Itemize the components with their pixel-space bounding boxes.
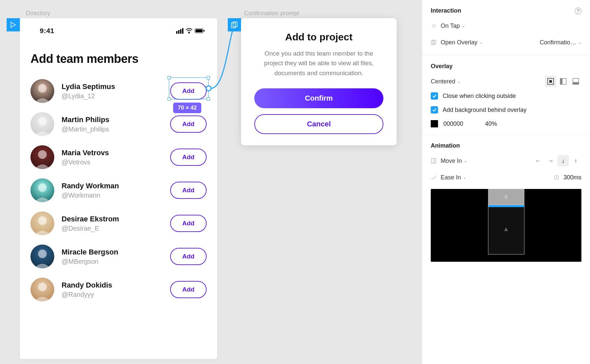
duration-value[interactable]: 300ms (564, 174, 581, 181)
design-canvas[interactable]: Directory Confirmation prompt 9:41 Add t… (0, 0, 422, 364)
frame-label-prompt[interactable]: Confirmation prompt (244, 10, 299, 17)
play-button[interactable] (7, 18, 20, 31)
svg-point-16 (38, 283, 47, 291)
preview-frame-a: A (488, 205, 524, 254)
svg-rect-24 (549, 80, 552, 83)
play-icon (11, 22, 16, 28)
overlay-badge (228, 18, 241, 31)
member-row: Randy Dokidis @Randyyy Add (30, 273, 207, 306)
add-button[interactable]: Add (170, 149, 207, 166)
member-handle: @Desirae_E (62, 225, 163, 232)
chevron-down-icon: ⌄ (457, 79, 461, 84)
label-add-bg: Add background behind overlay (443, 107, 526, 114)
add-button[interactable]: Add (170, 82, 207, 100)
add-button[interactable]: Add (170, 281, 207, 298)
overlay-title: Overlay (431, 63, 453, 70)
chevron-down-icon: ⌄ (479, 40, 483, 45)
signal-icon (176, 28, 183, 34)
svg-point-14 (38, 250, 47, 258)
avatar (30, 178, 54, 202)
overlay-icon (231, 22, 238, 28)
member-row: Maria Vetrovs @Vetrovs Add (30, 141, 207, 174)
avatar (30, 79, 54, 103)
overlay-action-icon (431, 40, 437, 45)
svg-rect-29 (431, 159, 434, 163)
cancel-button[interactable]: Cancel (254, 114, 383, 134)
svg-point-4 (38, 84, 47, 93)
animation-preview[interactable]: B A (431, 189, 581, 262)
direction-left[interactable]: ← (532, 155, 544, 166)
direction-down[interactable]: ↓ (558, 155, 569, 166)
member-name: Desirae Ekstrom (62, 215, 163, 223)
svg-point-20 (433, 25, 434, 26)
wifi-icon (185, 28, 193, 33)
confirm-button[interactable]: Confirm (254, 88, 383, 108)
member-handle: @MBergson (62, 258, 163, 265)
section-animation: Animation Move In ⌄ ← → ↓ ↑ (422, 135, 590, 364)
frame-label-directory[interactable]: Directory (26, 10, 50, 17)
member-handle: @Randyyy (62, 291, 163, 298)
bg-color-value[interactable]: 000000 (443, 120, 480, 127)
member-row: Martin Philips @Martin_philips Add (30, 108, 207, 141)
overlay-pos-left[interactable] (558, 76, 569, 87)
status-bar: 9:41 (30, 18, 207, 39)
svg-rect-2 (204, 30, 205, 32)
section-interaction: Interaction ? On Tap ⌄ Open Ov (422, 0, 590, 56)
svg-point-8 (38, 150, 47, 159)
easing-dropdown[interactable]: Ease In ⌄ (441, 174, 466, 181)
avatar (30, 211, 54, 235)
label-close-outside: Close when clicking outside (443, 93, 516, 100)
chevron-down-icon: ⌄ (463, 175, 466, 180)
battery-icon (195, 28, 205, 33)
bg-color-swatch[interactable] (431, 120, 438, 127)
help-icon[interactable]: ? (575, 8, 581, 14)
animation-title: Animation (431, 142, 460, 149)
clock-icon (554, 175, 560, 180)
frame-directory[interactable]: 9:41 Add team members (20, 18, 217, 359)
member-handle: @Lydia_12 (62, 92, 163, 100)
overlay-pos-center[interactable] (545, 76, 556, 87)
animation-type-dropdown[interactable]: Move In ⌄ (441, 158, 467, 164)
trigger-dropdown[interactable]: On Tap ⌄ (441, 23, 465, 29)
member-handle: @Martin_philips (62, 125, 163, 133)
member-row: Lydia Septimus @Lydia_12 Add (30, 74, 207, 108)
preview-frame-b: B (488, 189, 524, 205)
member-name: Martin Philips (62, 115, 163, 124)
overlay-position-dropdown[interactable]: Centered ⌄ (431, 78, 461, 85)
avatar (30, 145, 54, 169)
add-button[interactable]: Add (170, 182, 207, 199)
svg-point-12 (38, 216, 47, 225)
member-name: Randy Dokidis (62, 281, 163, 290)
checkbox-add-bg[interactable] (431, 106, 438, 114)
direction-right[interactable]: → (545, 155, 556, 166)
bg-opacity-value[interactable]: 40% (485, 120, 497, 127)
section-overlay: Overlay Centered ⌄ (422, 56, 590, 135)
direction-up[interactable]: ↑ (570, 155, 581, 166)
add-button[interactable]: Add (170, 115, 207, 133)
member-row: Randy Workman @Workmann Add (30, 174, 207, 207)
member-name: Miracle Bergson (62, 248, 163, 256)
member-name: Lydia Septimus (62, 82, 163, 91)
add-button[interactable]: Add (170, 248, 207, 265)
prompt-body: Once you add this team member to the pro… (254, 49, 383, 78)
easing-icon (431, 175, 437, 179)
svg-rect-26 (560, 78, 563, 84)
overlay-pos-bottom[interactable] (570, 76, 581, 87)
page-title: Add team members (30, 52, 207, 66)
member-name: Maria Vetrovs (62, 149, 163, 157)
checkbox-close-outside[interactable] (431, 92, 438, 100)
avatar (30, 245, 54, 268)
member-row: Desirae Ekstrom @Desirae_E Add (30, 207, 207, 240)
frame-confirmation-prompt[interactable]: Add to project Once you add this team me… (241, 18, 397, 145)
svg-rect-28 (573, 82, 579, 84)
tap-icon (431, 23, 437, 28)
chevron-down-icon: ⌄ (578, 40, 581, 45)
svg-rect-1 (196, 29, 203, 32)
svg-point-6 (38, 117, 47, 126)
chevron-down-icon: ⌄ (462, 23, 465, 28)
action-dropdown[interactable]: Open Overlay ⌄ (441, 39, 483, 46)
member-name: Randy Workman (62, 182, 163, 190)
svg-point-10 (38, 183, 47, 192)
add-button[interactable]: Add (170, 215, 207, 232)
target-dropdown[interactable]: Confirmatio… ⌄ (540, 39, 581, 46)
